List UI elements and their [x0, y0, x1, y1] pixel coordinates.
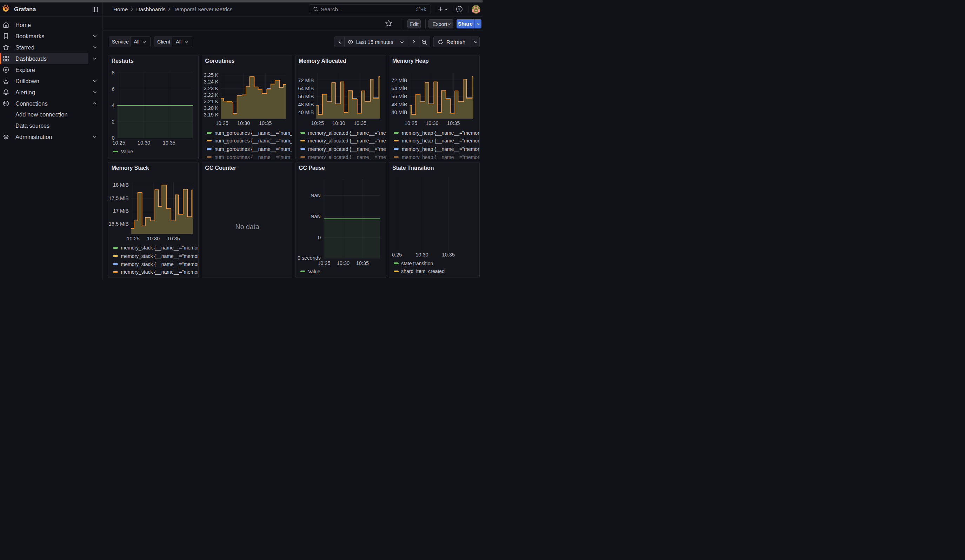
svg-text:10:30: 10:30 [426, 120, 438, 126]
svg-text:10:30: 10:30 [416, 252, 429, 258]
svg-text:3.25 K: 3.25 K [203, 73, 218, 78]
svg-text:3.22 K: 3.22 K [203, 92, 218, 98]
svg-text:64 MiB: 64 MiB [298, 86, 314, 91]
svg-text:18 MiB: 18 MiB [113, 182, 129, 188]
svg-text:10:35: 10:35 [167, 236, 180, 242]
svg-text:No data: No data [235, 223, 259, 230]
svg-text:10:25: 10:25 [405, 120, 417, 126]
svg-text:8: 8 [111, 70, 114, 76]
svg-text:40 MiB: 40 MiB [298, 110, 314, 116]
svg-text:10:30: 10:30 [137, 140, 150, 146]
svg-text:10:30: 10:30 [147, 236, 160, 242]
svg-text:10:35: 10:35 [354, 120, 366, 126]
svg-text:10:30: 10:30 [332, 120, 345, 126]
svg-text:10:25: 10:25 [311, 120, 324, 126]
svg-text:64 MiB: 64 MiB [392, 86, 407, 91]
svg-text:3.20 K: 3.20 K [203, 105, 218, 111]
svg-text:10:35: 10:35 [259, 120, 272, 126]
svg-text:0: 0 [318, 235, 321, 240]
svg-text:56 MiB: 56 MiB [298, 94, 314, 99]
svg-text:10:25: 10:25 [127, 236, 139, 242]
svg-text:10:25: 10:25 [112, 140, 125, 146]
svg-text:10:35: 10:35 [163, 140, 175, 146]
svg-text:72 MiB: 72 MiB [298, 78, 314, 83]
svg-text:?: ? [458, 7, 460, 11]
svg-text:0 seconds: 0 seconds [298, 255, 321, 261]
svg-text:10:35: 10:35 [442, 252, 455, 258]
svg-text:72 MiB: 72 MiB [392, 78, 407, 83]
svg-text:3.24 K: 3.24 K [203, 79, 218, 85]
svg-text:56 MiB: 56 MiB [392, 94, 407, 99]
svg-text:10:30: 10:30 [337, 260, 349, 266]
svg-text:3.21 K: 3.21 K [203, 99, 218, 104]
svg-text:6: 6 [111, 87, 114, 92]
svg-text:10:35: 10:35 [356, 260, 368, 266]
svg-text:0:25: 0:25 [392, 252, 402, 258]
svg-text:3.23 K: 3.23 K [203, 86, 218, 91]
svg-text:40 MiB: 40 MiB [392, 110, 407, 116]
svg-text:2: 2 [111, 119, 114, 124]
svg-text:48 MiB: 48 MiB [298, 102, 314, 107]
svg-text:16.5 MiB: 16.5 MiB [109, 221, 129, 227]
svg-text:10:25: 10:25 [216, 120, 228, 126]
svg-text:17.5 MiB: 17.5 MiB [109, 196, 129, 201]
svg-text:10:35: 10:35 [447, 120, 460, 126]
svg-text:NaN: NaN [311, 214, 321, 219]
svg-text:10:30: 10:30 [237, 120, 250, 126]
svg-text:NaN: NaN [311, 193, 321, 198]
svg-text:17 MiB: 17 MiB [113, 208, 129, 214]
svg-text:4: 4 [111, 103, 114, 108]
svg-text:10:25: 10:25 [317, 260, 330, 266]
svg-text:3.19 K: 3.19 K [203, 112, 218, 118]
svg-text:48 MiB: 48 MiB [392, 102, 407, 107]
